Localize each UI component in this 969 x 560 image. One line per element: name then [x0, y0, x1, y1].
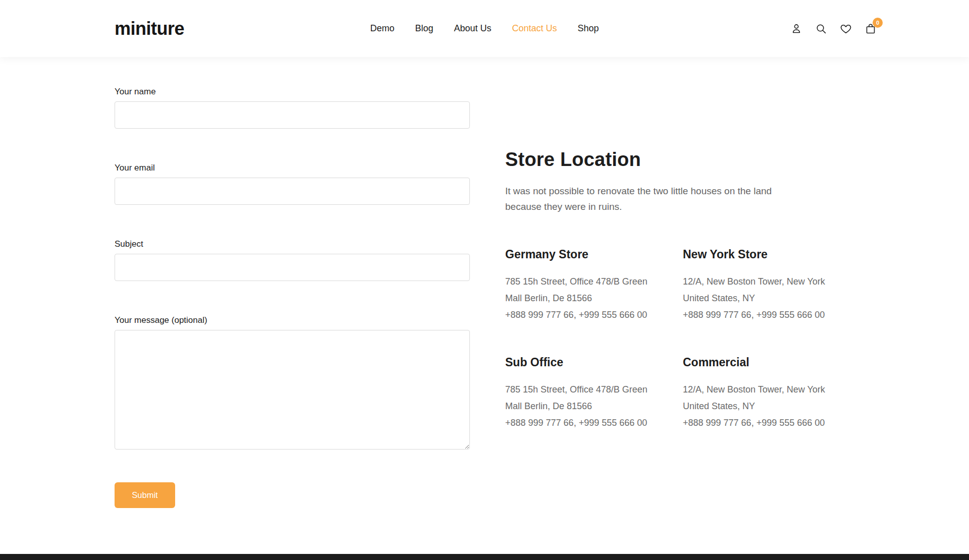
nav-item-contact-us[interactable]: Contact Us	[512, 23, 557, 34]
store-germany: Germany Store 785 15h Street, Office 478…	[505, 248, 683, 323]
your-email-label: Your email	[115, 163, 470, 173]
brand-logo[interactable]: miniture	[115, 18, 184, 39]
store-location-title: Store Location	[505, 149, 858, 171]
store-name: New York Store	[683, 248, 858, 261]
store-address-line: 785 15h Street, Office 478/B Green	[505, 381, 683, 398]
store-new-york: New York Store 12/A, New Boston Tower, N…	[683, 248, 858, 323]
your-email-input[interactable]	[115, 178, 470, 205]
footer-bar	[0, 554, 969, 560]
store-commercial: Commercial 12/A, New Boston Tower, New Y…	[683, 356, 858, 431]
stores-grid: Germany Store 785 15h Street, Office 478…	[505, 248, 858, 431]
contact-form: Your name Your email Subject Your messag…	[115, 87, 470, 508]
subject-input[interactable]	[115, 254, 470, 281]
store-address-line: 12/A, New Boston Tower, New York	[683, 381, 858, 398]
store-phone-line: +888 999 777 66, +999 555 666 00	[683, 307, 858, 323]
store-address-line: United States, NY	[683, 398, 858, 415]
nav-item-blog[interactable]: Blog	[415, 23, 433, 34]
store-sub-office: Sub Office 785 15h Street, Office 478/B …	[505, 356, 683, 431]
nav-item-shop[interactable]: Shop	[578, 23, 599, 34]
cart-count-badge: 0	[873, 18, 883, 28]
store-address-line: Mall Berlin, De 81566	[505, 290, 683, 307]
header-icons: 0	[790, 22, 877, 35]
store-name: Commercial	[683, 356, 858, 369]
store-phone-line: +888 999 777 66, +999 555 666 00	[683, 415, 858, 431]
store-location-description: It was not possible to renovate the two …	[505, 183, 803, 214]
store-address-line: 12/A, New Boston Tower, New York	[683, 273, 858, 290]
store-address-line: Mall Berlin, De 81566	[505, 398, 683, 415]
store-address-line: United States, NY	[683, 290, 858, 307]
main-nav: Demo Blog About Us Contact Us Shop	[370, 23, 599, 34]
search-icon[interactable]	[815, 22, 828, 35]
wishlist-icon[interactable]	[839, 22, 852, 35]
your-message-textarea[interactable]	[115, 330, 470, 450]
your-message-label: Your message (optional)	[115, 315, 470, 325]
store-address-line: 785 15h Street, Office 478/B Green	[505, 273, 683, 290]
store-phone-line: +888 999 777 66, +999 555 666 00	[505, 415, 683, 431]
subject-label: Subject	[115, 239, 470, 249]
store-location-section: Store Location It was not possible to re…	[505, 87, 858, 508]
site-header: miniture Demo Blog About Us Contact Us S…	[0, 0, 969, 57]
field-your-message: Your message (optional)	[115, 315, 470, 452]
main-content: Your name Your email Subject Your messag…	[0, 57, 969, 508]
cart-icon[interactable]: 0	[864, 22, 877, 35]
field-subject: Subject	[115, 239, 470, 281]
your-name-input[interactable]	[115, 101, 470, 129]
field-your-name: Your name	[115, 87, 470, 129]
nav-item-demo[interactable]: Demo	[370, 23, 394, 34]
account-icon[interactable]	[790, 22, 803, 35]
nav-item-about-us[interactable]: About Us	[454, 23, 491, 34]
store-phone-line: +888 999 777 66, +999 555 666 00	[505, 307, 683, 323]
store-name: Sub Office	[505, 356, 683, 369]
submit-button[interactable]: Submit	[115, 482, 175, 508]
field-your-email: Your email	[115, 163, 470, 205]
your-name-label: Your name	[115, 87, 470, 97]
store-name: Germany Store	[505, 248, 683, 261]
